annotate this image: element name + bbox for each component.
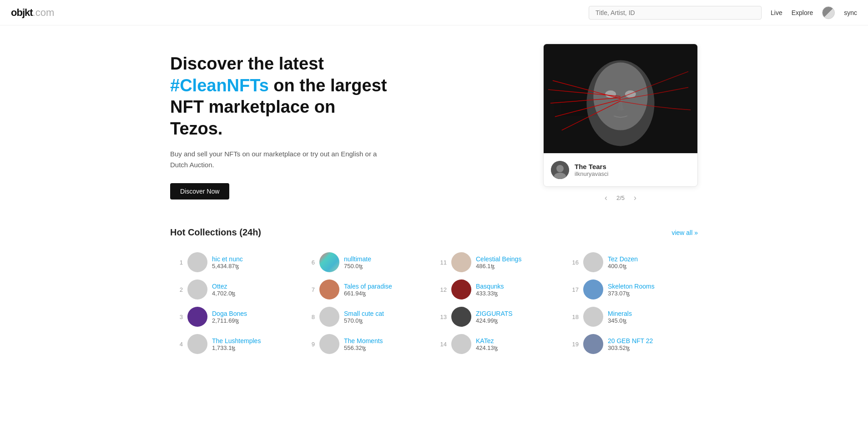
collection-thumbnail bbox=[319, 252, 339, 272]
nft-card[interactable]: The Tears ilknuryavasci bbox=[543, 44, 698, 187]
svg-point-11 bbox=[556, 165, 564, 172]
list-item[interactable]: 17 Skeleton Rooms 373.07ꜩ bbox=[566, 276, 698, 303]
view-all-link[interactable]: view all » bbox=[671, 229, 698, 236]
nav-link-explore[interactable]: Explore bbox=[792, 9, 813, 16]
collection-price: 750.0ꜩ bbox=[344, 263, 432, 269]
collection-price: 303.52ꜩ bbox=[608, 344, 696, 351]
avatar bbox=[551, 161, 569, 179]
collection-column-2: 6 nulltimate 750.0ꜩ 7 Tales of paradise … bbox=[302, 249, 434, 358]
hero-title-part1: Discover the latest bbox=[170, 54, 324, 73]
collection-info: The Moments 556.32ꜩ bbox=[344, 337, 432, 351]
list-item[interactable]: 11 Celestial Beings 486.1ꜩ bbox=[434, 249, 566, 276]
list-item[interactable]: 6 nulltimate 750.0ꜩ bbox=[302, 249, 434, 276]
collection-price: 486.1ꜩ bbox=[476, 263, 564, 269]
tez-symbol: ꜩ bbox=[235, 318, 239, 324]
list-item[interactable]: 7 Tales of paradise 661.94ꜩ bbox=[302, 276, 434, 303]
collection-column-4: 16 Tez Dozen 400.0ꜩ 17 Skeleton Rooms 37… bbox=[566, 249, 698, 358]
collection-rank: 4 bbox=[172, 341, 183, 348]
collection-price: 424.99ꜩ bbox=[476, 317, 564, 324]
nft-artwork bbox=[544, 44, 697, 153]
collections-grid: 1 hic et nunc 5,434.87ꜩ 2 Ottez 4,702.0ꜩ… bbox=[170, 249, 698, 358]
nft-title: The Tears bbox=[575, 163, 608, 170]
collection-name: nulltimate bbox=[344, 255, 432, 263]
collection-price: 433.33ꜩ bbox=[476, 290, 564, 297]
collection-thumbnail bbox=[583, 334, 603, 354]
search-input[interactable] bbox=[589, 6, 762, 20]
list-item[interactable]: 3 Doga Bones 2,711.69ꜩ bbox=[170, 303, 302, 330]
list-item[interactable]: 16 Tez Dozen 400.0ꜩ bbox=[566, 249, 698, 276]
nft-card-info: The Tears ilknuryavasci bbox=[544, 153, 697, 186]
list-item[interactable]: 13 ZIGGURATS 424.99ꜩ bbox=[434, 303, 566, 330]
logo-main: objkt bbox=[11, 7, 33, 18]
collection-rank: 18 bbox=[568, 314, 579, 320]
collection-price: 424.13ꜩ bbox=[476, 344, 564, 351]
list-item[interactable]: 14 KATez 424.13ꜩ bbox=[434, 330, 566, 358]
collection-thumbnail bbox=[451, 279, 471, 299]
discover-now-button[interactable]: Discover Now bbox=[170, 183, 229, 200]
collection-name: Tales of paradise bbox=[344, 283, 432, 290]
logo-ext: .com bbox=[33, 7, 55, 18]
collection-name: The Moments bbox=[344, 337, 432, 344]
carousel-next-button[interactable]: › bbox=[630, 191, 640, 205]
list-item[interactable]: 9 The Moments 556.32ꜩ bbox=[302, 330, 434, 358]
theme-toggle-button[interactable] bbox=[822, 6, 835, 19]
nft-artist: ilknuryavasci bbox=[575, 170, 608, 177]
nft-carousel: The Tears ilknuryavasci ‹ 2/5 › bbox=[543, 44, 698, 209]
collection-price: 556.32ꜩ bbox=[344, 344, 432, 351]
collection-name: Small cute cat bbox=[344, 310, 432, 317]
collection-thumbnail bbox=[319, 279, 339, 299]
tez-symbol: ꜩ bbox=[362, 290, 366, 297]
collection-info: Ottez 4,702.0ꜩ bbox=[212, 283, 300, 297]
collection-name: 20 GEB NFT 22 bbox=[608, 337, 696, 344]
collection-price: 661.94ꜩ bbox=[344, 290, 432, 297]
collection-thumbnail bbox=[187, 334, 207, 354]
sync-button[interactable]: sync bbox=[844, 9, 857, 16]
collection-price: 570.0ꜩ bbox=[344, 317, 432, 324]
collection-name: Doga Bones bbox=[212, 310, 300, 317]
logo[interactable]: objkt.com bbox=[11, 7, 54, 19]
list-item[interactable]: 18 Minerals 345.0ꜩ bbox=[566, 303, 698, 330]
nav-right: Live Explore sync bbox=[589, 6, 857, 20]
nav-link-live[interactable]: Live bbox=[771, 9, 782, 16]
collection-info: ZIGGURATS 424.99ꜩ bbox=[476, 310, 564, 324]
collection-thumbnail bbox=[319, 307, 339, 327]
collection-price: 400.0ꜩ bbox=[608, 263, 696, 269]
collection-name: The Lushtemples bbox=[212, 337, 300, 344]
list-item[interactable]: 12 Basqunks 433.33ꜩ bbox=[434, 276, 566, 303]
collection-rank: 13 bbox=[436, 314, 447, 320]
list-item[interactable]: 19 20 GEB NFT 22 303.52ꜩ bbox=[566, 330, 698, 358]
tez-symbol: ꜩ bbox=[626, 290, 630, 297]
tez-symbol: ꜩ bbox=[362, 345, 366, 351]
collection-thumbnail bbox=[451, 334, 471, 354]
collection-rank: 16 bbox=[568, 259, 579, 266]
collection-rank: 8 bbox=[304, 314, 315, 320]
collection-thumbnail bbox=[319, 334, 339, 354]
carousel-nav: ‹ 2/5 › bbox=[543, 187, 698, 209]
collection-thumbnail bbox=[451, 307, 471, 327]
carousel-prev-button[interactable]: ‹ bbox=[601, 191, 611, 205]
collection-name: Skeleton Rooms bbox=[608, 283, 696, 290]
collection-info: Doga Bones 2,711.69ꜩ bbox=[212, 310, 300, 324]
collection-name: Tez Dozen bbox=[608, 255, 696, 263]
list-item[interactable]: 8 Small cute cat 570.0ꜩ bbox=[302, 303, 434, 330]
tez-symbol: ꜩ bbox=[623, 263, 627, 269]
list-item[interactable]: 2 Ottez 4,702.0ꜩ bbox=[170, 276, 302, 303]
navbar: objkt.com Live Explore sync bbox=[0, 0, 868, 25]
collection-thumbnail bbox=[187, 307, 207, 327]
section-header: Hot Collections (24h) view all » bbox=[170, 227, 698, 238]
collection-name: hic et nunc bbox=[212, 255, 300, 263]
collection-thumbnail bbox=[583, 279, 603, 299]
list-item[interactable]: 4 The Lushtemples 1,733.1ꜩ bbox=[170, 330, 302, 358]
collection-rank: 19 bbox=[568, 341, 579, 348]
tez-symbol: ꜩ bbox=[359, 318, 363, 324]
collection-info: nulltimate 750.0ꜩ bbox=[344, 255, 432, 269]
list-item[interactable]: 1 hic et nunc 5,434.87ꜩ bbox=[170, 249, 302, 276]
collection-rank: 11 bbox=[436, 259, 447, 266]
collection-rank: 17 bbox=[568, 286, 579, 293]
collection-price: 5,434.87ꜩ bbox=[212, 263, 300, 269]
collection-info: hic et nunc 5,434.87ꜩ bbox=[212, 255, 300, 269]
collection-info: Skeleton Rooms 373.07ꜩ bbox=[608, 283, 696, 297]
collection-rank: 9 bbox=[304, 341, 315, 348]
tez-symbol: ꜩ bbox=[623, 318, 627, 324]
tez-symbol: ꜩ bbox=[491, 263, 495, 269]
